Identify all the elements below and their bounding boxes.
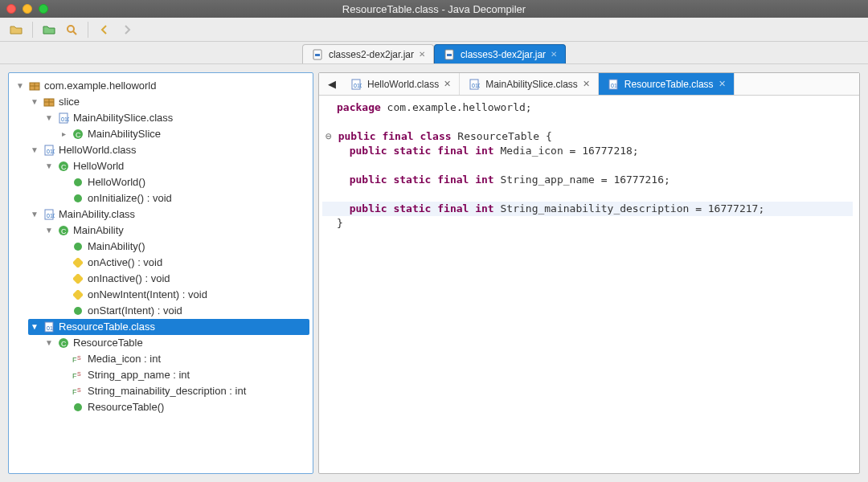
file-tab[interactable]: 010 ResourceTable.class ✕ [599,73,735,95]
method-protected-icon [72,256,84,269]
package-tree[interactable]: ▼ com.example.helloworld ▼ slice [9,73,313,420]
code-line: ⊖ public final class ResourceTable { [322,129,853,144]
field-static-final-icon: FS [72,369,84,382]
svg-text:S: S [77,371,81,377]
tree-node-method[interactable]: onInitialize() : void [57,190,309,206]
package-explorer-panel: ▼ com.example.helloworld ▼ slice [8,72,313,474]
method-public-icon [72,401,84,414]
tree-label: HelloWorld [73,158,124,174]
close-icon[interactable]: ✕ [583,79,590,89]
open-type-button[interactable] [39,20,59,39]
class-file-icon: 010 [350,78,362,91]
tree-node-method[interactable]: onNewIntent(Intent) : void [57,287,309,303]
svg-text:010: 010 [47,213,55,219]
close-icon[interactable]: ✕ [419,50,425,59]
tree-label: slice [59,94,80,110]
tree-node-class[interactable]: ▼ C MainAbility [43,223,309,239]
tree-label: onInactive() : void [88,271,170,287]
file-tab-label: HelloWorld.class [367,79,439,90]
tree-node-class-file[interactable]: ▼ 010 MainAbilitySlice.class [43,110,309,126]
expand-toggle-icon[interactable]: ▼ [30,142,39,158]
tree-node-method[interactable]: onInactive() : void [57,271,309,287]
code-line: public static final int String_app_name … [322,173,853,187]
toolbar-separator [32,22,33,38]
svg-text:010: 010 [611,83,619,88]
close-icon[interactable]: ✕ [444,79,451,89]
expand-toggle-icon[interactable]: ▼ [30,206,39,223]
tree-node-class[interactable]: ▼ C HelloWorld [43,158,309,174]
nav-back-button[interactable] [95,20,114,39]
expand-toggle-icon[interactable]: ▼ [30,94,39,110]
svg-rect-4 [447,54,452,56]
code-line: } [322,216,853,231]
code-line [322,158,853,173]
jar-tab[interactable]: classes3-dex2jar.jar ✕ [434,44,566,63]
svg-text:S: S [77,355,81,361]
editor-panel: ◀ 010 HelloWorld.class ✕ 010 MainAbility… [318,72,860,474]
jar-icon [311,48,324,61]
tree-node-class-file[interactable]: ▼ 010 HelloWorld.class [28,142,309,158]
expand-toggle-icon[interactable]: ▼ [15,78,25,94]
svg-point-15 [74,178,82,186]
code-line: package com.example.helloworld; [322,100,853,115]
tree-node-field[interactable]: FSString_app_name : int [57,367,309,383]
expand-toggle-icon[interactable]: ▼ [30,319,39,335]
svg-rect-24 [73,290,83,300]
tree-node-method[interactable]: onStart(Intent) : void [57,303,309,319]
open-file-button[interactable] [6,20,26,39]
search-button[interactable] [62,20,81,39]
tree-node-field[interactable]: FSMedia_icon : int [57,351,309,367]
svg-text:010: 010 [47,325,55,331]
tree-node-class[interactable]: ▼ C ResourceTable [43,335,309,351]
svg-text:C: C [61,163,67,171]
tree-node-class-file[interactable]: ▼ 010 MainAbility.class [28,206,309,223]
svg-text:010: 010 [472,83,480,88]
svg-text:S: S [77,387,81,393]
expand-toggle-icon[interactable]: ▼ [44,110,54,126]
tree-node-method[interactable]: ResourceTable() [57,399,309,415]
tree-node-field[interactable]: FSString_mainability_description : int [57,383,309,399]
tree-label: MainAbilitySlice [88,126,161,142]
tree-node-method[interactable]: HelloWorld() [57,174,309,190]
tree-node-class[interactable]: ▸ C MainAbilitySlice [57,126,309,142]
svg-rect-22 [73,258,83,268]
tree-label: HelloWorld() [88,174,145,190]
svg-point-25 [74,307,82,315]
tree-label: MainAbility.class [59,206,135,223]
tree-node-method[interactable]: MainAbility() [57,239,309,255]
package-icon [28,80,41,92]
jar-tab[interactable]: classes2-dex2jar.jar ✕ [302,44,434,63]
toolbar-separator [88,22,88,38]
svg-point-16 [74,194,82,202]
expand-toggle-icon[interactable]: ▼ [44,223,54,239]
class-file-icon: 010 [468,78,481,91]
expand-toggle-icon[interactable]: ▼ [44,335,54,351]
file-tab[interactable]: 010 HelloWorld.class ✕ [342,73,460,95]
tree-label: com.example.helloworld [44,78,156,94]
tree-label: MainAbilitySlice.class [73,110,173,126]
svg-text:010: 010 [354,83,362,88]
class-file-icon: 010 [43,144,55,157]
tree-node-package[interactable]: ▼ slice [28,94,309,110]
expand-toggle-icon[interactable]: ▸ [59,126,68,142]
tree-label: ResourceTable() [88,399,164,415]
tree-label: ResourceTable.class [59,319,155,335]
tree-node-method[interactable]: onActive() : void [57,255,309,271]
tree-node-class-file[interactable]: ▼ 010 ResourceTable.class [28,319,309,335]
tree-node-package[interactable]: ▼ com.example.helloworld [14,78,309,94]
main-split: ▼ com.example.helloworld ▼ slice [0,64,868,482]
field-static-final-icon: FS [72,385,84,398]
method-public-icon [72,176,84,189]
close-icon[interactable]: ✕ [719,79,726,89]
close-icon[interactable]: ✕ [551,50,557,59]
method-public-icon [72,240,84,253]
nav-forward-button[interactable] [117,20,137,39]
source-editor[interactable]: package com.example.helloworld; ⊖ public… [319,96,859,473]
nav-back-icon[interactable]: ◀ [322,78,342,90]
expand-toggle-icon[interactable]: ▼ [44,158,54,174]
tree-label: MainAbility [73,223,124,239]
file-tab[interactable]: 010 MainAbilitySlice.class ✕ [460,73,599,95]
tree-label: HelloWorld.class [59,142,137,158]
code-line [322,115,853,129]
class-icon: C [57,224,70,237]
